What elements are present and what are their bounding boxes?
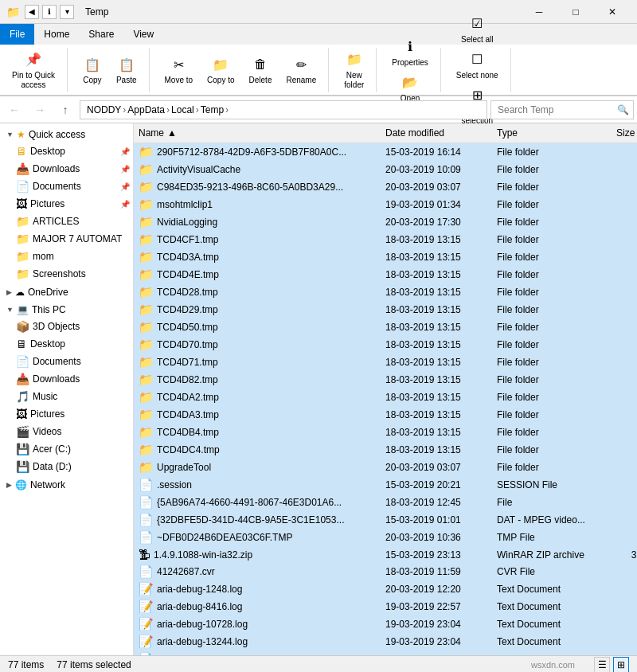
table-row[interactable]: 🗜 1.4.9.1088-win-ia32.zip 15-03-2019 23:… (134, 546, 637, 563)
folder-icon: 📁 (139, 285, 154, 299)
table-row[interactable]: 📁 UpgradeTool 20-03-2019 03:07 File fold… (134, 459, 637, 476)
folder-icon: 📁 (139, 425, 154, 440)
folder-icon: 📁 (16, 268, 29, 280)
sidebar-header-quick-access[interactable]: ▼ ★ Quick access (0, 127, 133, 143)
pin-icon: 📌 (120, 165, 130, 174)
table-row[interactable]: 📄 CVR63F4.tmp.cvr 18-03-2019 15:24 CVR F… (134, 651, 637, 655)
tab-share[interactable]: Share (79, 24, 123, 45)
rename-button[interactable]: ✏ Rename (280, 52, 322, 88)
sidebar-item-major7[interactable]: 📁 MAJOR 7 AUTOMAT (0, 230, 133, 248)
close-button[interactable]: ✕ (594, 0, 631, 24)
sidebar-item-videos[interactable]: 🎬 Videos (0, 423, 133, 440)
tab-home[interactable]: Home (34, 24, 79, 45)
sidebar-header-thispc[interactable]: ▼ 💻 This PC (0, 302, 133, 318)
sidebar-item-drive-c[interactable]: 💾 Acer (C:) (0, 440, 133, 458)
details-view-button[interactable]: ⊞ (613, 657, 629, 673)
move-icon: ✂ (169, 55, 188, 74)
sidebar-item-desktop-pc[interactable]: 🖥 Desktop (0, 335, 133, 353)
table-row[interactable]: 📁 TCD4D82.tmp 18-03-2019 13:15 File fold… (134, 371, 637, 389)
table-row[interactable]: 📄 ~DFB0D24B6DEAE03C6F.TMP 20-03-2019 10:… (134, 529, 637, 546)
list-view-button[interactable]: ☰ (594, 657, 610, 673)
new-folder-button[interactable]: 📁 Newfolder (338, 47, 369, 93)
table-row[interactable]: 📁 TCD4D4E.tmp 18-03-2019 13:15 File fold… (134, 266, 637, 283)
sidebar-header-network[interactable]: ▶ 🌐 Network (0, 477, 133, 493)
up-button[interactable]: ↑ (54, 99, 76, 121)
sidebar-item-desktop-qa[interactable]: 🖥 Desktop 📌 (0, 143, 133, 160)
pin-quick-access-button[interactable]: 📌 Pin to Quickaccess (6, 47, 61, 93)
search-input[interactable] (490, 100, 634, 119)
customize-toolbar-icon[interactable]: ▾ (60, 5, 74, 19)
sidebar-item-pictures-pc[interactable]: 🖼 Pictures (0, 405, 133, 423)
tab-view[interactable]: View (123, 24, 163, 45)
address-path[interactable]: NODDY › AppData › Local › Temp › (80, 100, 487, 119)
table-row[interactable]: 📁 TCD4DA2.tmp 18-03-2019 13:15 File fold… (134, 389, 637, 406)
downloads-icon: 📥 (16, 373, 29, 385)
table-row[interactable]: 📁 msohtmlclip1 19-03-2019 01:34 File fol… (134, 196, 637, 213)
quick-access-toolbar-icon[interactable]: ◀ (25, 5, 39, 19)
table-row[interactable]: 📁 TCD4D71.tmp 18-03-2019 13:15 File fold… (134, 354, 637, 371)
col-header-date[interactable]: Date modified (381, 125, 492, 141)
table-row[interactable]: 📁 TCD4D28.tmp 18-03-2019 13:15 File fold… (134, 283, 637, 301)
sidebar-item-documents-qa[interactable]: 📄 Documents 📌 (0, 178, 133, 195)
table-row[interactable]: 📄 {32DBFE5D-341D-44CB-9A5E-3C1E1053... 1… (134, 511, 637, 529)
sidebar-item-pictures-qa[interactable]: 🖼 Pictures 📌 (0, 195, 133, 213)
folder-icon: 📁 (139, 162, 154, 177)
table-row[interactable]: 📁 TCD4DC4.tmp 18-03-2019 13:15 File fold… (134, 441, 637, 459)
table-row[interactable]: 📁 NvidiaLogging 20-03-2019 17:30 File fo… (134, 213, 637, 231)
col-header-size[interactable]: Size (612, 125, 637, 141)
onedrive-icon: ☁ (15, 287, 25, 298)
folder-icon: 📁 (139, 303, 154, 317)
table-row[interactable]: 📝 aria-debug-10728.log 19-03-2019 23:04 … (134, 615, 637, 633)
pictures-icon: 🖼 (16, 408, 27, 420)
new-folder-icon: 📁 (345, 50, 364, 69)
back-button[interactable]: ← (3, 99, 25, 121)
minimize-button[interactable]: ─ (521, 0, 557, 24)
properties-button[interactable]: ℹ Properties (386, 34, 434, 70)
table-row[interactable]: 📄 41242687.cvr 18-03-2019 11:59 CVR File… (134, 563, 637, 580)
paste-button[interactable]: 📋 Paste (111, 52, 143, 88)
folder-icon: 📁 (16, 215, 29, 228)
sidebar-item-downloads-pc[interactable]: 📥 Downloads (0, 370, 133, 388)
sidebar-item-drive-d[interactable]: 💾 Data (D:) (0, 458, 133, 475)
sidebar-item-screenshots[interactable]: 📁 Screenshots (0, 265, 133, 283)
col-header-type[interactable]: Type (492, 125, 612, 141)
table-row[interactable]: 📁 TCD4CF1.tmp 18-03-2019 13:15 File fold… (134, 231, 637, 248)
table-row[interactable]: 📄 .session 15-03-2019 20:21 SESSION File… (134, 476, 637, 494)
sidebar-item-music[interactable]: 🎵 Music (0, 388, 133, 405)
forward-button[interactable]: → (29, 99, 51, 121)
table-row[interactable]: 📁 C984ED35-9213-496B-8C60-5A0BD3A29... 2… (134, 178, 637, 196)
folder-icon: 📁 (139, 232, 154, 247)
table-row[interactable]: 📁 ActivityVisualCache 20-03-2019 10:09 F… (134, 161, 637, 178)
folder-icon: 📁 (139, 268, 154, 282)
sidebar-item-articles[interactable]: 📁 ARTICLES (0, 213, 133, 230)
table-row[interactable]: 📁 TCD4D70.tmp 18-03-2019 13:15 File fold… (134, 336, 637, 354)
table-row[interactable]: 📁 TCD4D3A.tmp 18-03-2019 13:15 File fold… (134, 248, 637, 266)
col-header-name[interactable]: Name ▲ (134, 125, 381, 141)
folder-icon: 📁 (139, 180, 154, 194)
table-row[interactable]: 📁 TCD4D50.tmp 18-03-2019 13:15 File fold… (134, 318, 637, 336)
copy-to-button[interactable]: 📁 Copy to (201, 52, 240, 88)
table-row[interactable]: 📁 290F5712-8784-42D9-A6F3-5DB7F80A0C... … (134, 143, 637, 161)
maximize-button[interactable]: □ (557, 0, 594, 24)
table-row[interactable]: 📄 {5AB96A74-4660-4491-8067-46E3D01A6... … (134, 494, 637, 511)
main-area: ▼ ★ Quick access 🖥 Desktop 📌 📥 Downloads… (0, 123, 637, 655)
table-row[interactable]: 📝 aria-debug-8416.log 19-03-2019 22:57 T… (134, 598, 637, 615)
folder-icon: 📁 (139, 338, 154, 352)
select-all-button[interactable]: ☑ Select all (455, 11, 499, 47)
copy-button[interactable]: 📋 Copy (77, 52, 107, 88)
table-row[interactable]: 📁 TCD4DA3.tmp 18-03-2019 13:15 File fold… (134, 406, 637, 424)
table-row[interactable]: 📝 aria-debug-13244.log 19-03-2019 23:04 … (134, 633, 637, 651)
table-row[interactable]: 📁 TCD4DB4.tmp 18-03-2019 13:15 File fold… (134, 424, 637, 441)
sidebar-item-3dobjects[interactable]: 📦 3D Objects (0, 318, 133, 335)
properties-toolbar-icon[interactable]: ℹ (42, 5, 57, 19)
delete-button[interactable]: 🗑 Delete (244, 52, 278, 88)
tab-file[interactable]: File (0, 24, 34, 45)
sidebar-item-documents-pc[interactable]: 📄 Documents (0, 353, 133, 370)
table-row[interactable]: 📝 aria-debug-1248.log 20-03-2019 12:20 T… (134, 580, 637, 598)
table-row[interactable]: 📁 TCD4D29.tmp 18-03-2019 13:15 File fold… (134, 301, 637, 318)
move-to-button[interactable]: ✂ Move to (159, 52, 199, 88)
sidebar-item-downloads-qa[interactable]: 📥 Downloads 📌 (0, 160, 133, 178)
select-none-button[interactable]: ☐ Select none (451, 47, 504, 83)
sidebar-item-mom[interactable]: 📁 mom (0, 248, 133, 265)
sidebar-header-onedrive[interactable]: ▶ ☁ OneDrive (0, 284, 133, 300)
